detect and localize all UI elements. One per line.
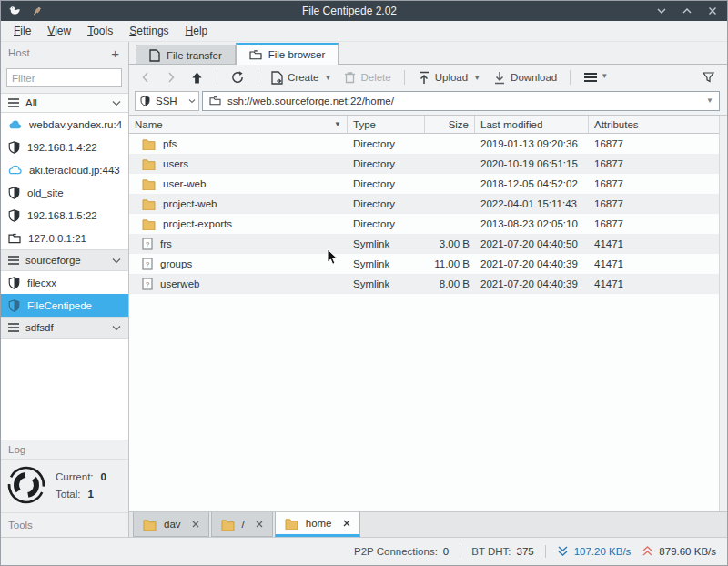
column-header-size[interactable]: Size xyxy=(425,116,475,133)
host-item-old-site[interactable]: old_site xyxy=(1,181,128,204)
folder-icon xyxy=(221,519,235,531)
column-header-type[interactable]: Type xyxy=(348,116,425,133)
table-row[interactable]: ?groups Symlink 11.00 B 2021-07-20 04:40… xyxy=(129,254,719,274)
protocol-select[interactable]: SSH xyxy=(135,91,199,111)
menu-settings[interactable]: Settings xyxy=(122,22,176,40)
download-button[interactable]: Download xyxy=(489,68,561,87)
status-separator xyxy=(460,545,460,558)
svg-text:?: ? xyxy=(146,280,150,288)
directory-tab-label: / xyxy=(242,519,245,530)
host-item-filecxx[interactable]: filecxx xyxy=(1,271,128,294)
table-row[interactable]: pfs Directory 2019-01-13 09:20:36 16877 xyxy=(129,134,719,154)
filter-funnel-button[interactable] xyxy=(697,68,720,86)
directory-tab-root[interactable]: / xyxy=(211,512,273,537)
status-bar: P2P Connections: 0 BT DHT: 375 107.20 KB… xyxy=(1,537,727,565)
host-item-127-0-0-1[interactable]: 127.0.0.1:21 xyxy=(1,227,128,249)
host-group-all-label: All xyxy=(25,97,37,108)
shield-icon xyxy=(8,187,20,199)
tab-file-browser[interactable]: File browser xyxy=(236,43,339,65)
back-button[interactable] xyxy=(135,68,157,86)
table-row[interactable]: user-web Directory 2018-12-05 04:52:02 1… xyxy=(129,174,719,194)
file-modified: 2019-01-13 09:20:36 xyxy=(475,138,589,149)
column-header-modified[interactable]: Last modified xyxy=(475,116,589,133)
add-host-button[interactable]: + xyxy=(111,46,119,60)
refresh-button[interactable] xyxy=(226,67,249,87)
pin-icon[interactable] xyxy=(31,5,43,17)
tab-close-icon[interactable] xyxy=(343,520,350,527)
tab-close-icon[interactable] xyxy=(192,521,199,528)
menu-help[interactable]: Help xyxy=(178,22,216,40)
sort-descending-icon: ▼ xyxy=(334,120,341,128)
upload-button-label: Upload xyxy=(435,72,468,83)
p2p-connections-status: P2P Connections: 0 xyxy=(354,546,449,557)
address-input[interactable]: ssh://web.sourceforge.net:22/home/ ▼ xyxy=(202,91,720,111)
up-directory-button[interactable] xyxy=(186,68,208,87)
address-bar: SSH ssh://web.sourceforge.net:22/home/ ▼ xyxy=(129,90,727,115)
shield-icon xyxy=(8,209,20,222)
table-row[interactable]: ?userweb Symlink 8.00 B 2021-07-20 04:40… xyxy=(129,274,719,294)
file-name: pfs xyxy=(163,138,177,149)
toolbar-separator xyxy=(570,70,571,85)
close-button[interactable] xyxy=(707,5,718,16)
toolbar-separator xyxy=(404,70,405,85)
tab-close-icon[interactable] xyxy=(256,521,263,528)
file-modified: 2018-12-05 04:52:02 xyxy=(475,178,589,189)
directory-tab-bar: dav / home xyxy=(129,511,727,537)
table-row[interactable]: users Directory 2020-10-19 06:51:15 1687… xyxy=(129,154,719,174)
host-item-192-168-1-4[interactable]: 192.168.1.4:22 xyxy=(1,136,128,158)
folder-icon xyxy=(142,158,156,170)
table-row[interactable]: ?frs Symlink 3.00 B 2021-07-20 04:40:50 … xyxy=(129,234,719,254)
protocol-value: SSH xyxy=(156,96,177,106)
chevron-down-icon xyxy=(112,100,121,106)
directory-tab-home[interactable]: home xyxy=(275,512,360,537)
host-group-sdfsdf[interactable]: sdfsdf xyxy=(1,317,128,339)
p2p-connections-label: P2P Connections: xyxy=(354,546,438,557)
file-attributes: 16877 xyxy=(589,138,719,149)
host-item-192-168-1-5[interactable]: 192.168.1.5:22 xyxy=(1,204,128,227)
folder-outline-icon xyxy=(249,49,262,60)
menu-tools[interactable]: Tools xyxy=(80,22,120,40)
column-header-name[interactable]: Name ▼ xyxy=(129,116,348,133)
menu-view[interactable]: View xyxy=(40,22,78,40)
sidebar: Host + All xyxy=(1,42,129,537)
column-header-attributes[interactable]: Attributes xyxy=(589,116,719,133)
maximize-button[interactable] xyxy=(682,5,693,16)
directory-tab-dav[interactable]: dav xyxy=(133,512,209,537)
host-group-label: sdfsdf xyxy=(25,322,54,333)
file-modified: 2021-07-20 04:40:39 xyxy=(475,258,589,269)
file-attributes: 16877 xyxy=(589,198,719,209)
table-row[interactable]: project-web Directory 2022-04-01 15:11:4… xyxy=(129,194,719,214)
log-total-label: Total: xyxy=(56,489,81,500)
table-row[interactable]: project-exports Directory 2013-08-23 02:… xyxy=(129,214,719,234)
tools-section-label[interactable]: Tools xyxy=(1,513,128,537)
svg-text:?: ? xyxy=(146,260,150,268)
create-button[interactable]: Create ▼ xyxy=(267,68,336,87)
more-menu-button[interactable]: ▼ xyxy=(579,69,612,86)
hamburger-icon xyxy=(8,98,19,107)
menu-bar: File View Tools Settings Help xyxy=(1,21,727,42)
log-section-label[interactable]: Log xyxy=(1,440,128,460)
column-label: Attributes xyxy=(594,119,639,130)
column-label: Type xyxy=(353,119,376,130)
address-dropdown-button[interactable]: ▼ xyxy=(703,92,717,110)
host-item-filecentipede[interactable]: FileCentipede xyxy=(1,294,128,317)
browser-toolbar: Create ▼ Delete Upload xyxy=(129,65,727,90)
symlink-icon: ? xyxy=(142,238,153,250)
file-attributes: 16877 xyxy=(589,218,719,229)
upload-button[interactable]: Upload ▼ xyxy=(413,68,485,87)
file-modified: 2022-04-01 15:11:43 xyxy=(475,198,589,209)
minimize-button[interactable] xyxy=(656,5,667,16)
vertical-scrollbar[interactable] xyxy=(719,116,727,511)
host-group-all[interactable]: All xyxy=(1,93,128,113)
host-item-teracloud[interactable]: aki.teracloud.jp:443 xyxy=(1,158,128,181)
file-name: groups xyxy=(160,258,192,269)
menu-file[interactable]: File xyxy=(6,22,38,40)
filter-input[interactable] xyxy=(6,68,122,87)
delete-button[interactable]: Delete xyxy=(339,68,395,86)
host-group-sourceforge[interactable]: sourceforge xyxy=(1,249,128,271)
host-item-webdav-yandex[interactable]: webdav.yandex.ru:443 xyxy=(1,113,128,136)
forward-button[interactable] xyxy=(160,68,182,86)
delete-button-label: Delete xyxy=(360,72,390,83)
cloud-filled-icon xyxy=(8,119,22,129)
tab-file-transfer[interactable]: File transfer xyxy=(136,45,236,65)
